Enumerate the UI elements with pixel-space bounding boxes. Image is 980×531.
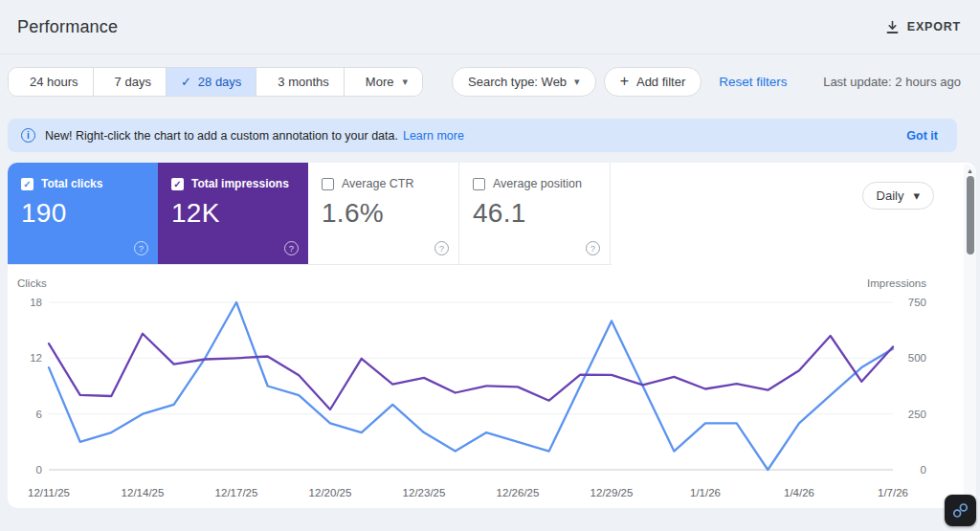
svg-text:12/17/25: 12/17/25 <box>215 487 258 498</box>
search-type-label: Search type: Web <box>468 75 567 89</box>
check-icon: ✓ <box>181 75 191 89</box>
svg-text:12/20/25: 12/20/25 <box>309 487 352 498</box>
vertical-scrollbar[interactable]: ▲ <box>964 165 976 506</box>
svg-text:250: 250 <box>908 409 926 420</box>
checkbox-total-clicks[interactable]: ✓ <box>21 178 33 190</box>
add-filter-button[interactable]: + Add filter <box>604 67 702 97</box>
scrollbar-up-arrow[interactable]: ▲ <box>964 165 976 176</box>
svg-text:1/1/26: 1/1/26 <box>690 487 721 498</box>
svg-text:0: 0 <box>921 464 926 476</box>
svg-text:Clicks: Clicks <box>17 277 47 289</box>
metric-value: 12K <box>171 198 297 229</box>
export-label: EXPORT <box>907 20 961 33</box>
link-icon <box>951 501 969 520</box>
learn-more-link[interactable]: Learn more <box>403 129 464 143</box>
svg-text:500: 500 <box>908 352 926 364</box>
checkbox-total-impressions[interactable]: ✓ <box>171 178 184 190</box>
date-range-label: 24 hours <box>30 75 78 89</box>
banner-message: New! Right-click the chart to add a cust… <box>45 129 398 143</box>
date-range-3-months[interactable]: 3 months <box>256 68 344 96</box>
metric-label: Average position <box>493 177 582 190</box>
annotation-banner: i New! Right-click the chart to add a cu… <box>8 119 957 152</box>
metric-value: 190 <box>21 198 146 229</box>
header: Performance EXPORT <box>0 0 980 55</box>
svg-text:Impressions: Impressions <box>867 277 926 289</box>
svg-text:6: 6 <box>36 409 42 420</box>
metric-tile-average-ctr[interactable]: Average CTR 1.6% ? <box>308 163 459 264</box>
checkbox-average-position[interactable] <box>473 178 485 190</box>
download-icon <box>885 20 900 34</box>
svg-text:12/14/25: 12/14/25 <box>122 487 165 498</box>
date-range-label: 3 months <box>278 75 328 89</box>
plus-icon: + <box>620 73 629 90</box>
svg-text:12/11/25: 12/11/25 <box>28 487 70 498</box>
search-type-dropdown[interactable]: Search type: Web ▾ <box>452 67 596 97</box>
date-range-24-hours[interactable]: 24 hours <box>9 68 94 96</box>
svg-text:18: 18 <box>30 297 42 308</box>
scrollbar-thumb[interactable] <box>967 176 974 254</box>
date-range-7-days[interactable]: 7 days <box>94 68 167 96</box>
performance-card: ✓ Total clicks 190 ? ✓ Total impressions… <box>8 163 976 508</box>
page-title: Performance <box>17 17 118 37</box>
date-range-group: 24 hours 7 days ✓28 days 3 months More▾ <box>8 67 423 97</box>
add-filter-label: Add filter <box>636 75 685 89</box>
svg-text:12/29/25: 12/29/25 <box>590 487 634 498</box>
svg-text:12/23/25: 12/23/25 <box>403 487 446 498</box>
chevron-down-icon: ▾ <box>574 76 580 88</box>
help-icon[interactable]: ? <box>586 241 600 255</box>
export-button[interactable]: EXPORT <box>885 20 961 34</box>
link-badge[interactable] <box>945 495 976 526</box>
svg-text:12/26/25: 12/26/25 <box>497 487 540 498</box>
metric-label: Total impressions <box>191 177 289 190</box>
checkbox-average-ctr[interactable] <box>322 178 334 190</box>
date-range-28-days[interactable]: ✓28 days <box>167 68 256 96</box>
line-chart-svg: 1812607505002500ClicksImpressions12/11/2… <box>8 276 972 508</box>
svg-text:12: 12 <box>30 352 42 364</box>
info-icon: i <box>21 128 35 143</box>
svg-text:1/4/26: 1/4/26 <box>784 487 814 498</box>
help-icon[interactable]: ? <box>434 241 449 255</box>
granularity-label: Daily <box>877 188 904 203</box>
help-icon[interactable]: ? <box>284 241 299 255</box>
help-icon[interactable]: ? <box>134 241 148 255</box>
date-range-label: 7 days <box>115 75 151 89</box>
performance-chart[interactable]: 1812607505002500ClicksImpressions12/11/2… <box>8 276 972 508</box>
metric-tiles: ✓ Total clicks 190 ? ✓ Total impressions… <box>8 163 612 265</box>
last-update-text: Last update: 2 hours ago <box>823 75 961 89</box>
date-range-label: More <box>366 75 394 89</box>
metric-tile-total-impressions[interactable]: ✓ Total impressions 12K ? <box>158 163 308 264</box>
chevron-down-icon: ▾ <box>402 76 408 88</box>
metric-tile-average-position[interactable]: Average position 46.1 ? <box>459 163 611 264</box>
date-range-more[interactable]: More▾ <box>345 68 422 96</box>
metric-label: Total clicks <box>41 177 102 190</box>
date-range-label: 28 days <box>198 75 242 89</box>
chevron-down-icon: ▾ <box>913 188 920 203</box>
granularity-dropdown[interactable]: Daily ▾ <box>862 182 934 210</box>
svg-text:0: 0 <box>36 464 42 476</box>
metric-tile-total-clicks[interactable]: ✓ Total clicks 190 ? <box>8 163 158 264</box>
svg-text:1/7/26: 1/7/26 <box>878 487 908 498</box>
metric-label: Average CTR <box>342 177 414 190</box>
metric-value: 46.1 <box>473 198 598 229</box>
got-it-button[interactable]: Got it <box>906 129 938 143</box>
filter-toolbar: 24 hours 7 days ✓28 days 3 months More▾ … <box>0 55 980 108</box>
reset-filters-link[interactable]: Reset filters <box>719 75 787 89</box>
svg-text:750: 750 <box>908 297 926 308</box>
metric-value: 1.6% <box>322 198 447 229</box>
